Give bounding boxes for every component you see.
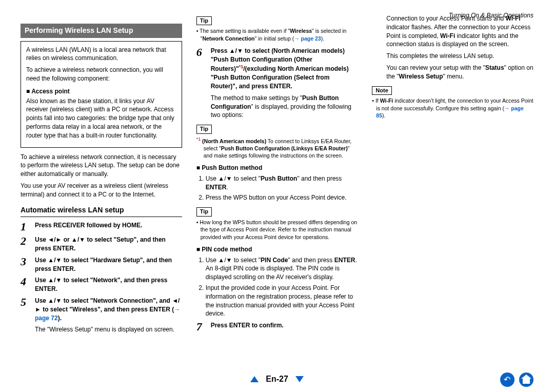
step-5-text: Use ▲/▼ to select "Network Connection", … [35,297,180,313]
home-icon[interactable] [519,373,533,387]
paragraph-2: You use your AV receiver as a wireless c… [21,182,182,199]
step-body: Press ENTER to confirm. [211,321,358,330]
step-body: Use ▲/▼ to select "Network Connection", … [35,297,182,322]
back-icon[interactable]: ↶ [500,373,515,387]
footnote-ref: *1 [239,64,244,69]
intro-box: A wireless LAN (WLAN) is a local area ne… [21,41,182,148]
step-7: 7 Press ENTER to confirm. [196,321,358,332]
nav-icons: ↶ [497,373,533,387]
step-5: 5 Use ▲/▼ to select "Network Connection"… [21,297,182,322]
step-5-tail: ). [58,315,62,322]
step-2: 2 Use ◄/► or ▲/▼ to select "Setup", and … [21,236,182,253]
note-label: Note [372,86,391,95]
step-number: 2 [21,236,32,247]
tip-label: Tip [196,16,212,25]
paragraph-1: To achieve a wireless network connection… [21,153,182,179]
access-point-body: Also known as the base station, it links… [26,97,176,140]
page-link-23[interactable]: page 23 [294,35,321,42]
step-number: 4 [21,276,32,287]
step-3: 3 Use ▲/▼ to select "Hardware Setup", an… [21,256,182,273]
list-item: Press the WPS button on your Access Poin… [206,193,358,202]
step-1: 1 Press RECEIVER followed by HOME. [21,221,182,232]
access-point-heading: Access point [26,87,176,96]
step-7-extra-3: You can review your setup with the "Stat… [386,64,533,81]
tip-item: The same setting is available even if "W… [196,27,358,42]
tip-list: How long the WPS button should be presse… [196,219,358,241]
subsection-heading: Automatic wireless LAN setup [21,205,182,218]
step-number: 1 [21,221,32,232]
section-title: Performing Wireless LAN Setup [21,24,182,38]
push-button-steps: Use ▲/▼ to select "Push Button" and then… [196,174,358,202]
list-item: Use ▲/▼ to select "Push Button" and then… [206,174,358,192]
step-number: 7 [196,321,208,332]
breadcrumb: Turning On & Basic Operations [449,11,533,20]
push-button-heading: Push Button method [196,164,358,172]
note-item: If Wi-Fi indicator doesn't light, the co… [372,97,533,120]
step-6-extra: The method to make settings by "Push But… [211,94,358,120]
next-page-icon[interactable] [295,376,304,382]
tip-list: The same setting is available even if "W… [196,27,358,42]
tip-label: Tip [196,207,212,216]
footnote-list: *1 (North American models) To connect to… [196,136,358,160]
step-body: Use ◄/► or ▲/▼ to select "Setup", and th… [35,236,182,253]
step-body: Use ▲/▼ to select "Network", and then pr… [35,276,182,293]
note-list: If Wi-Fi indicator doesn't light, the co… [372,97,533,120]
intro-text-2: To achieve a wireless network connection… [26,66,176,83]
step-4: 4 Use ▲/▼ to select "Network", and then … [21,276,182,293]
step-number: 3 [21,256,32,267]
prev-page-icon[interactable] [250,376,259,382]
intro-text-1: A wireless LAN (WLAN) is a local area ne… [26,46,176,63]
list-item: Use ▲/▼ to select "PIN Code" and then pr… [206,256,358,282]
pin-code-heading: PIN code method [196,245,358,254]
step-number: 5 [21,297,32,308]
tip-item: How long the WPS button should be presse… [196,219,358,241]
page-number: En-27 [266,375,288,383]
step-number: 6 [196,47,208,58]
step-6: 6 Press ▲/▼ to select (North American mo… [196,47,358,91]
step-5-extra: The "Wireless Setup" menu is displayed o… [35,325,182,334]
tip-label: Tip [196,125,212,133]
step-body: Press RECEIVER followed by HOME. [35,221,182,230]
step-7-extra-2: This completes the wireless LAN setup. [386,52,533,61]
list-item: Input the provided code in your Access P… [206,284,358,318]
page-footer: En-27 [0,374,554,385]
step-body: Use ▲/▼ to select "Hardware Setup", and … [35,256,182,273]
footnote-item: *1 (North American models) To connect to… [196,136,358,160]
step-body: Press ▲/▼ to select (North American mode… [211,47,358,91]
pin-code-steps: Use ▲/▼ to select "PIN Code" and then pr… [196,256,358,319]
